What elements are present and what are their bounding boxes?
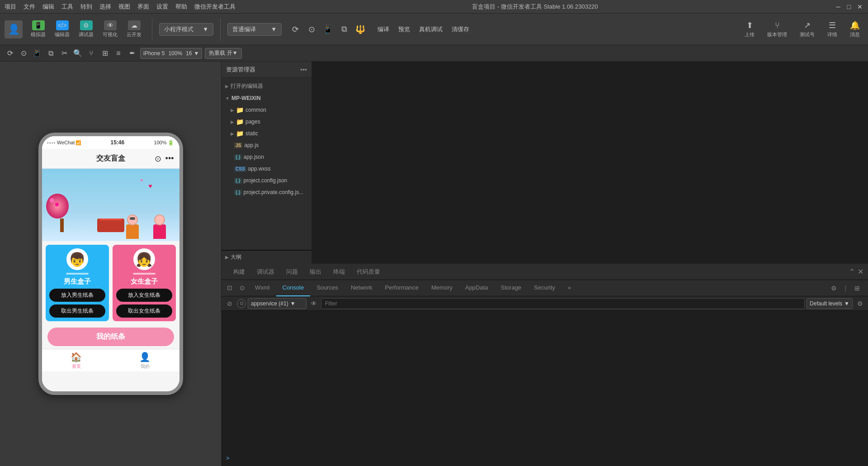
dt-dock-icon[interactable]: ⊞ — [852, 283, 863, 294]
phone-view-button[interactable]: 📱 — [321, 22, 335, 37]
problems-tab-header[interactable]: 问题 — [282, 268, 302, 276]
file-item-projectconfig[interactable]: {.} project.config.json — [222, 175, 311, 186]
maximize-button[interactable]: □ — [845, 3, 853, 10]
menu-select[interactable]: 选择 — [99, 3, 111, 11]
console-prompt[interactable]: > — [226, 455, 230, 461]
filter-toggle-button[interactable]: ⊙ — [237, 299, 246, 308]
tab-home[interactable]: 🏠 首页 — [42, 352, 111, 370]
menu-interface[interactable]: 界面 — [137, 3, 149, 11]
outline-section[interactable]: ▶ 大纲 — [222, 250, 311, 264]
detail-button[interactable]: ☰ 详情 — [824, 19, 841, 39]
clear-console-button[interactable]: ⊘ — [224, 298, 235, 309]
appdata-tab[interactable]: AppData — [459, 280, 495, 296]
cloud-button[interactable]: ☁ 云开发 — [123, 19, 145, 40]
refresh-button[interactable]: ⟳ — [5, 48, 15, 59]
tab-mine[interactable]: 👤 我的 — [111, 352, 179, 370]
menu-file[interactable]: 文件 — [24, 3, 35, 11]
sources-tab[interactable]: Sources — [310, 280, 344, 296]
devtools-collapse-button[interactable]: ⌃ — [849, 267, 855, 276]
lines-button[interactable]: ≡ — [113, 48, 124, 59]
clear-cache-button[interactable]: 清缓存 — [448, 24, 473, 35]
context-dropdown[interactable]: appservice (#1) ▼ — [248, 298, 307, 309]
default-levels-dropdown[interactable]: Default levels ▼ — [807, 298, 853, 309]
file-item-projectprivate[interactable]: {.} project.private.config.js... — [222, 186, 311, 198]
version-button[interactable]: ⑂ 版本管理 — [764, 20, 791, 39]
network-tab[interactable]: Network — [344, 280, 379, 296]
compile-dropdown[interactable]: 普通编译 ▼ — [227, 23, 282, 36]
compile-action-button[interactable]: 编译 — [374, 24, 393, 35]
file-item-pages[interactable]: ▶ 📁 pages — [222, 116, 311, 128]
hotreload-button[interactable]: 热重载 开▼ — [205, 48, 241, 59]
wxml-tab[interactable]: Wxml — [249, 280, 276, 296]
test-button[interactable]: ↗ 测试号 — [796, 19, 818, 39]
stop-button[interactable]: ⊙ — [304, 22, 319, 37]
mp-root[interactable]: ▼ MP-WEIXIN — [222, 92, 311, 104]
file-item-common[interactable]: ▶ 📁 common — [222, 104, 311, 116]
phone-icon: 📱 — [323, 24, 333, 34]
grid-button[interactable]: ⊞ — [99, 48, 110, 59]
open-editors-section[interactable]: ▶ 打开的编辑器 — [222, 80, 311, 92]
dt-settings-icon[interactable]: ⚙ — [828, 283, 839, 294]
menu-tools[interactable]: 工具 — [61, 3, 73, 11]
dt-more-icon[interactable]: ⋮ — [840, 283, 851, 294]
menu-devtools[interactable]: 微信开发者工具 — [194, 3, 236, 11]
performance-tab[interactable]: Performance — [379, 280, 425, 296]
visualize-button[interactable]: 👁 可视化 — [99, 19, 121, 40]
layers-button[interactable]: 🔱 — [353, 22, 368, 37]
simulator-button[interactable]: 📱 模拟器 — [27, 19, 49, 40]
more-tabs-button[interactable]: » — [561, 280, 577, 296]
storage-tab[interactable]: Storage — [495, 280, 528, 296]
console-settings-button[interactable]: ⚙ — [854, 298, 865, 309]
pointer-button[interactable]: ⊙ — [236, 280, 249, 296]
menu-edit[interactable]: 编辑 — [42, 3, 54, 11]
feather-button[interactable]: ✒ — [127, 48, 137, 59]
file-item-static[interactable]: ▶ 📁 static — [222, 128, 311, 139]
preview-button[interactable]: 预览 — [395, 24, 414, 35]
compile-button[interactable]: ⟳ — [288, 22, 302, 37]
menu-settings[interactable]: 设置 — [156, 3, 168, 11]
copy-button[interactable]: ⧉ — [45, 48, 56, 59]
security-tab[interactable]: Security — [528, 280, 561, 296]
cut-button[interactable]: ✂ — [59, 48, 70, 59]
file-item-appwxss[interactable]: CSS app.wxss — [222, 163, 311, 175]
fork-button[interactable]: ⑂ — [86, 48, 97, 59]
eye-button[interactable]: 👁 — [308, 298, 319, 309]
debugger-tab-header[interactable]: 调试器 — [252, 268, 279, 276]
search2-button[interactable]: 🔍 — [72, 48, 83, 59]
file-panel-more-icon[interactable]: ••• — [300, 66, 307, 73]
menu-goto[interactable]: 转到 — [80, 3, 92, 11]
girl-put-button[interactable]: 放入女生纸条 — [116, 289, 172, 302]
record-button[interactable]: ⊙ — [18, 48, 29, 59]
build-tab-header[interactable]: 构建 — [229, 268, 250, 276]
quality-tab-header[interactable]: 代码质量 — [352, 268, 385, 276]
messages-button[interactable]: 🔔 消息 — [846, 19, 863, 39]
device-selector[interactable]: iPhone 5 100% 16 ▼ — [140, 48, 202, 59]
output-tab-header[interactable]: 输出 — [305, 268, 326, 276]
window-title: 盲盒项目 - 微信开发者工具 Stable 1.06.2303220 — [243, 3, 827, 11]
close-button[interactable]: ✕ — [856, 3, 863, 10]
terminal-tab-header[interactable]: 终端 — [329, 268, 349, 276]
girl-get-button[interactable]: 取出女生纸条 — [116, 304, 172, 318]
duplicate-button[interactable]: ⧉ — [337, 22, 351, 37]
file-item-appjson[interactable]: {.} app.json — [222, 151, 311, 163]
menu-project[interactable]: 项目 — [5, 3, 16, 11]
mode-dropdown[interactable]: 小程序模式 ▼ — [159, 23, 213, 36]
menu-view[interactable]: 视图 — [118, 3, 130, 11]
phone-type-button[interactable]: 📱 — [32, 48, 42, 59]
filter-input[interactable] — [321, 298, 805, 309]
boy-get-button[interactable]: 取出男生纸条 — [49, 304, 105, 318]
console-tab[interactable]: Console — [276, 280, 311, 296]
editor-button[interactable]: </> 编辑器 — [51, 19, 73, 40]
devtools-close-button[interactable]: ✕ — [858, 267, 863, 276]
open-editors-label: 打开的编辑器 — [231, 82, 263, 90]
menu-help[interactable]: 帮助 — [175, 3, 187, 11]
my-strip-button[interactable]: 我的纸条 — [47, 328, 174, 346]
debugger-button[interactable]: ⚙ 调试器 — [75, 19, 97, 40]
real-machine-button[interactable]: 真机调试 — [415, 24, 446, 35]
memory-tab[interactable]: Memory — [425, 280, 459, 296]
file-item-appjs[interactable]: JS app.js — [222, 139, 311, 151]
boy-put-button[interactable]: 放入男生纸条 — [49, 289, 105, 302]
inspect-button[interactable]: ⊡ — [223, 280, 236, 296]
minimize-button[interactable]: ─ — [835, 3, 842, 10]
upload-button[interactable]: ⬆ 上传 — [741, 19, 758, 39]
